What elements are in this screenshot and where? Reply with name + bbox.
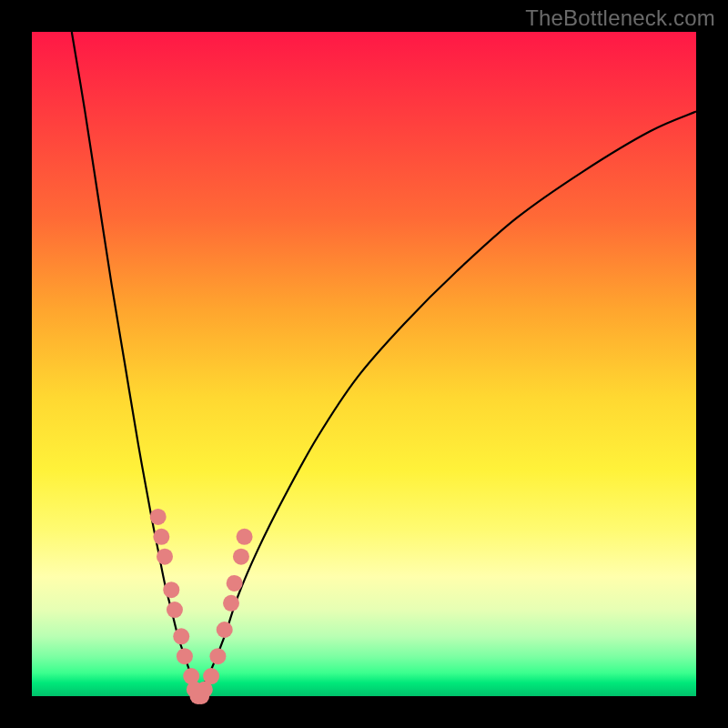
data-marker bbox=[163, 581, 179, 598]
watermark-text: TheBottleneck.com bbox=[525, 5, 715, 31]
data-marker bbox=[227, 575, 243, 592]
data-marker bbox=[203, 668, 219, 684]
plot-area bbox=[32, 32, 696, 696]
curve-right-branch bbox=[198, 112, 697, 696]
data-marker bbox=[150, 509, 167, 525]
marker-group bbox=[150, 509, 253, 704]
curve-left-branch bbox=[72, 32, 198, 696]
data-marker bbox=[177, 648, 193, 664]
data-marker bbox=[173, 628, 189, 644]
chart-frame: TheBottleneck.com bbox=[0, 0, 728, 728]
data-marker bbox=[223, 595, 239, 612]
data-marker bbox=[233, 549, 249, 565]
data-marker bbox=[167, 602, 183, 618]
curve-layer bbox=[32, 32, 696, 696]
data-marker bbox=[157, 549, 173, 565]
data-marker bbox=[209, 648, 226, 664]
data-marker bbox=[217, 622, 233, 638]
data-marker bbox=[237, 529, 253, 545]
data-marker bbox=[153, 529, 169, 545]
